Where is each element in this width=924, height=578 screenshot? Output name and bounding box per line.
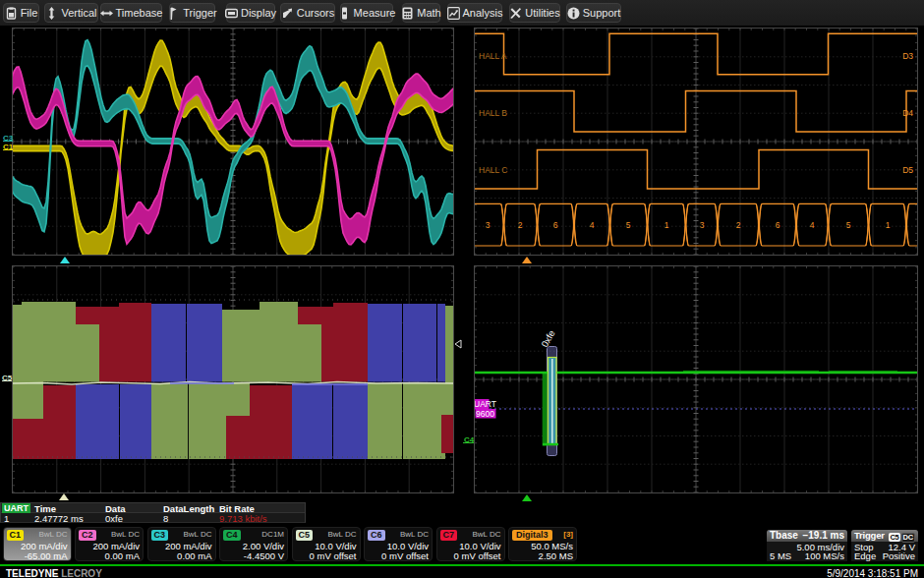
svg-text:9600: 9600 bbox=[476, 409, 494, 419]
svg-text:6: 6 bbox=[776, 220, 780, 230]
svg-text:6: 6 bbox=[553, 220, 558, 230]
svg-text:1: 1 bbox=[664, 220, 669, 230]
svg-text:4: 4 bbox=[590, 220, 595, 230]
svg-text:D3: D3 bbox=[902, 51, 913, 61]
svg-text:5: 5 bbox=[626, 220, 631, 230]
svg-text:D4: D4 bbox=[902, 108, 913, 118]
svg-text:HALL A: HALL A bbox=[479, 51, 507, 61]
svg-text:D5: D5 bbox=[902, 165, 913, 175]
svg-text:1: 1 bbox=[886, 220, 891, 230]
svg-text:HALL B: HALL B bbox=[479, 108, 507, 118]
svg-text:HALL C: HALL C bbox=[479, 165, 507, 175]
svg-text:2: 2 bbox=[736, 220, 741, 230]
svg-text:3: 3 bbox=[486, 220, 491, 230]
svg-text:3: 3 bbox=[700, 220, 705, 230]
svg-text:4: 4 bbox=[810, 220, 815, 230]
svg-text:UART: UART bbox=[475, 399, 496, 409]
svg-text:2: 2 bbox=[518, 220, 523, 230]
svg-text:5: 5 bbox=[846, 220, 851, 230]
svg-text:0xfe: 0xfe bbox=[539, 328, 557, 349]
